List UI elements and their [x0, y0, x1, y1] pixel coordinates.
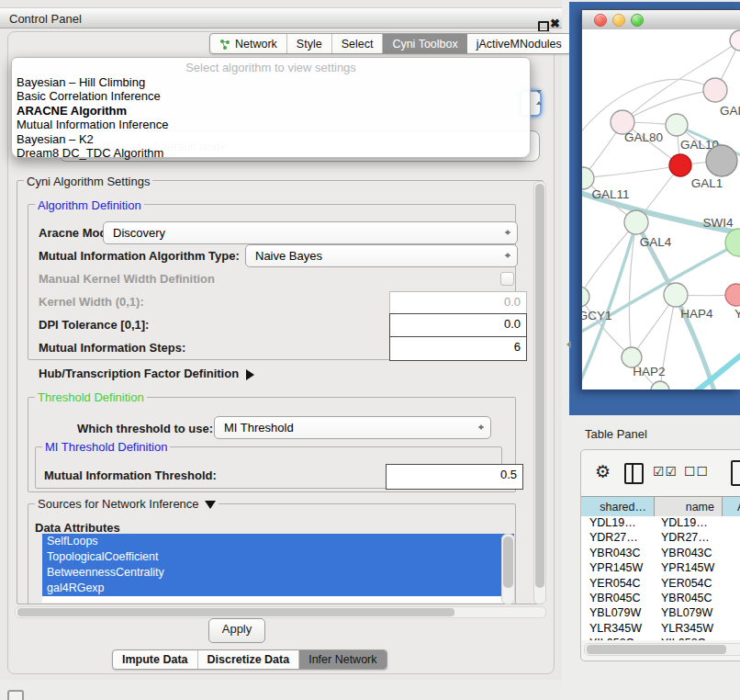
- table-cell: YER054C: [655, 577, 723, 592]
- settings-vertical-scrollbar-thumb[interactable]: [535, 184, 544, 588]
- network-node-label: GAL4: [640, 235, 672, 249]
- zoom-traffic-light-icon[interactable]: [631, 14, 644, 27]
- table-row[interactable]: YBR045CYBR045C9.: [581, 592, 740, 606]
- tab-label: Network: [235, 38, 277, 51]
- algorithm-option[interactable]: Bayesian – Hill Climbing: [17, 75, 525, 89]
- control-panel-titlebar: Control Panel ✖: [0, 7, 562, 28]
- deselect-all-checkboxes-icon[interactable]: ☐☐: [684, 464, 709, 479]
- table-cell: 9.: [723, 561, 740, 576]
- tab-discretize-data[interactable]: Discretize Data: [198, 650, 300, 669]
- gear-icon[interactable]: ⚙: [595, 461, 611, 482]
- table-cell: YDR27…: [655, 531, 723, 546]
- mi-algorithm-type-select[interactable]: Naive Bayes: [245, 244, 518, 267]
- settings-vertical-scrollbar[interactable]: [533, 181, 546, 604]
- column-header[interactable]: shared…: [581, 497, 655, 517]
- kernel-width-field[interactable]: 0.0: [389, 291, 527, 315]
- hidden-panel-button[interactable]: [7, 690, 24, 700]
- which-threshold-value: MI Threshold: [224, 421, 294, 435]
- table-header-row: shared…nameA: [581, 496, 740, 518]
- table-row[interactable]: YBR043CYBR043C: [581, 547, 740, 561]
- control-panel: Control Panel ✖ NetworkStyleSelectCyni T…: [0, 0, 562, 680]
- which-threshold-select[interactable]: MI Threshold: [214, 416, 491, 439]
- select-all-checkboxes-icon[interactable]: ☑☑: [653, 464, 678, 479]
- tab-network[interactable]: Network: [210, 34, 287, 53]
- tab-style[interactable]: Style: [287, 34, 332, 53]
- settings-horizontal-scrollbar[interactable]: [15, 606, 546, 618]
- data-attribute-item[interactable]: BetweennessCentrality: [42, 565, 514, 581]
- network-node-gcy1[interactable]: [582, 287, 589, 307]
- column-header[interactable]: name: [655, 497, 723, 517]
- table-row[interactable]: YDL19…YDL19…13: [581, 516, 740, 531]
- table-row[interactable]: YLR345WYLR345W9.: [581, 622, 740, 637]
- close-icon[interactable]: ✖: [550, 17, 560, 30]
- network-node-gal1[interactable]: [669, 154, 691, 176]
- mi-threshold-field[interactable]: 0.5: [386, 464, 523, 490]
- table-cell: YBL079W: [655, 606, 723, 621]
- table-cell: 9: [723, 637, 740, 640]
- table-cell: 8.: [723, 577, 740, 592]
- table-row[interactable]: YBL079WYBL079W: [581, 606, 740, 621]
- network-node-label: GAL1: [691, 176, 723, 190]
- attributes-scrollbar[interactable]: [501, 534, 515, 604]
- algorithm-option[interactable]: Basic Correlation Inference: [17, 89, 525, 103]
- columns-icon[interactable]: [624, 463, 644, 484]
- network-node-gal[interactable]: [703, 78, 727, 102]
- tab-jactivemnodules[interactable]: jActiveMNodules: [467, 34, 571, 53]
- table-cell: YBR043C: [581, 547, 655, 561]
- apply-button[interactable]: Apply: [208, 618, 265, 643]
- tab-infer-network[interactable]: Infer Network: [299, 650, 386, 669]
- network-node-label: GAL80: [624, 130, 663, 144]
- table-cell: YDL19…: [655, 516, 723, 531]
- mi-steps-field[interactable]: 6: [389, 336, 527, 361]
- network-node[interactable]: [730, 30, 740, 51]
- table-row[interactable]: YER054CYER054C8.: [581, 577, 740, 592]
- hub-definition-toggle[interactable]: Hub/Transcription Factor Definition: [39, 367, 260, 380]
- table-cell: YLR345W: [655, 622, 723, 637]
- algorithm-option[interactable]: Bayesian – K2: [17, 132, 525, 146]
- sources-toggle[interactable]: Sources for Network Inference: [35, 497, 219, 514]
- network-node[interactable]: [706, 145, 737, 176]
- settings-horizontal-scrollbar-thumb[interactable]: [17, 608, 454, 616]
- tab-cyni-toolbox[interactable]: Cyni Toolbox: [383, 34, 466, 53]
- table-cell: [723, 606, 740, 621]
- algorithm-option[interactable]: ARACNE Algorithm: [17, 104, 525, 118]
- table-horizontal-scrollbar-thumb[interactable]: [587, 645, 726, 654]
- network-edge[interactable]: [689, 347, 740, 390]
- network-window: GALGAL80GAL10GAL1GAL11GAL4SWI4GCY1HAP4YH…: [581, 9, 740, 390]
- tab-impute-data[interactable]: Impute Data: [113, 650, 198, 669]
- table-row[interactable]: YPR145WYPR145W9.: [581, 561, 740, 576]
- minimize-traffic-light-icon[interactable]: [612, 14, 625, 27]
- manual-kernel-width-checkbox[interactable]: [500, 272, 514, 286]
- network-node-gal4[interactable]: [624, 210, 648, 234]
- network-node[interactable]: [651, 381, 669, 390]
- attributes-scrollbar-thumb[interactable]: [503, 536, 513, 588]
- tab-select[interactable]: Select: [332, 34, 384, 53]
- network-node-gal10[interactable]: [666, 114, 688, 136]
- dpi-tolerance-field[interactable]: 0.0: [389, 313, 527, 338]
- data-attribute-item[interactable]: gal4RGexp: [42, 581, 514, 596]
- data-attribute-item[interactable]: SelfLoops: [42, 534, 514, 549]
- close-traffic-light-icon[interactable]: [594, 14, 607, 27]
- network-node-y[interactable]: [725, 284, 740, 306]
- column-header[interactable]: A: [723, 497, 740, 517]
- table-cell: YDR27…: [581, 531, 655, 546]
- table-cell: 12: [723, 531, 740, 546]
- network-node-label: SWI4: [702, 216, 733, 230]
- table-row[interactable]: YIL052CYIL052C9: [581, 637, 740, 640]
- network-edge[interactable]: [583, 165, 680, 178]
- aracne-mode-select[interactable]: Discovery: [103, 221, 518, 244]
- algorithm-option[interactable]: Dream8 DC_TDC Algorithm: [17, 146, 525, 160]
- network-edge[interactable]: [582, 222, 636, 297]
- export-table-icon[interactable]: [731, 460, 740, 486]
- network-canvas[interactable]: GALGAL80GAL10GAL1GAL11GAL4SWI4GCY1HAP4YH…: [582, 29, 740, 390]
- network-window-titlebar: [582, 10, 740, 30]
- table-row[interactable]: YDR27…YDR27…12: [581, 531, 740, 546]
- table-cell: 9.: [723, 592, 740, 606]
- tab-label: Select: [342, 38, 374, 51]
- algorithm-option[interactable]: Mutual Information Inference: [17, 118, 525, 131]
- threshold-definition-title: Threshold Definition: [35, 390, 147, 404]
- data-attribute-item[interactable]: TopologicalCoefficient: [42, 549, 514, 565]
- network-node-hap4[interactable]: [664, 283, 688, 307]
- table-horizontal-scrollbar[interactable]: [584, 643, 740, 656]
- splitter-collapse-icon[interactable]: [563, 341, 571, 348]
